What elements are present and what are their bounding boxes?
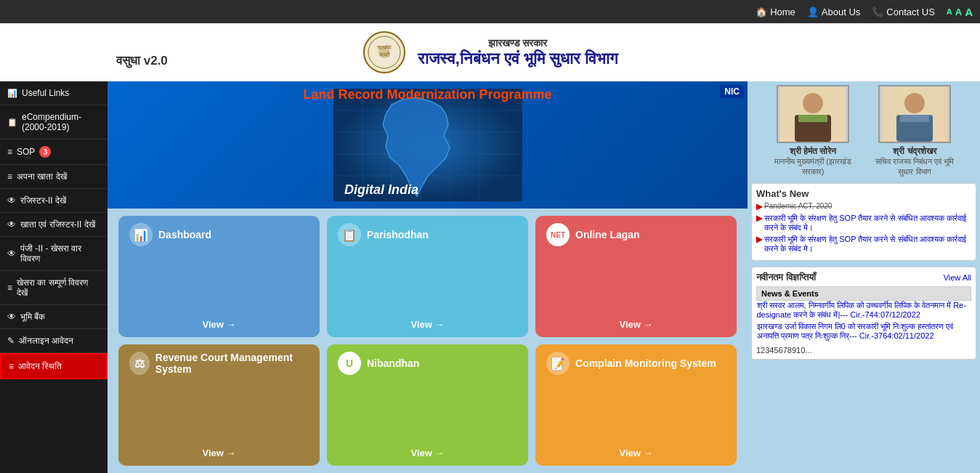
tile-dashboard[interactable]: 📊 Dashboard View → (118, 216, 320, 337)
tile-parishodhan[interactable]: 📋 Parishodhan View → (327, 216, 528, 337)
svg-point-4 (378, 47, 390, 58)
nic-logo: NIC (720, 85, 744, 98)
svg-text:Digital India: Digital India (344, 182, 418, 197)
font-large-btn[interactable]: A (965, 6, 973, 18)
official-secretary-photo (878, 85, 951, 143)
lagan-view-btn[interactable]: View → (619, 319, 652, 330)
sidebar-item-aavedan-sthiti[interactable]: ≡ आवेदन स्थिति ➤ (0, 353, 108, 379)
tile-complain-monitoring[interactable]: 📝 Complain Monitoring System View → (535, 344, 737, 466)
vasudha-label: वसुधा v2.0 (116, 54, 168, 68)
font-medium-btn[interactable]: A (955, 7, 962, 17)
main-layout: 📊 Useful Links 📋 eCompendium-(2000-2019)… (0, 81, 980, 473)
nibandhan-view-btn[interactable]: View → (410, 448, 444, 458)
sidebar-item-online-aavedan[interactable]: ✎ ऑनलाइन आवेदन (0, 329, 108, 353)
header-wrapper: वसुधा v2.0 सत्यमेव जयते झारखण्ड सरकार रा… (0, 23, 980, 81)
tile-online-lagan[interactable]: NET Online Lagan View → (535, 216, 737, 337)
sidebar-item-panji[interactable]: 👁 पंजी -II - खेसरा वार विवरण (0, 237, 108, 271)
sidebar-item-khesra[interactable]: ≡ खेसरा का सम्पूर्ण विवरण देखें (0, 271, 108, 305)
official-cm-title: माननीय मुख्यमंत्री (झारखंड सरकार) (766, 156, 860, 177)
font-small-btn[interactable]: A (947, 7, 952, 16)
svg-point-17 (803, 93, 823, 113)
table-row: श्री सरवर आलम, निम्नवर्गीय लिपिक को उच्च… (757, 300, 971, 322)
banner-map-svg: Digital India (333, 89, 522, 201)
content-area: Land Record Modernization Programme NIC (108, 81, 748, 473)
news-link-1[interactable]: झारखण्ड उर्जा विकास निगम लि0 को सरकारी भ… (757, 322, 971, 341)
sop-icon: ≡ (7, 147, 12, 157)
svg-point-21 (904, 93, 925, 113)
khata-register-icon: 👁 (7, 219, 16, 230)
official-cm-name: श्री हेमंत सोरेन (790, 146, 837, 156)
latest-news-header: नवीनतम विज्ञप्तियाँ View All (756, 272, 971, 283)
register2-icon: 👁 (7, 195, 16, 206)
bhoomi-bank-icon: 👁 (7, 312, 16, 322)
aavedan-sthiti-icon: ≡ (9, 361, 14, 371)
about-icon: 👤 (807, 7, 819, 17)
useful-links-icon: 📊 (7, 89, 17, 98)
whats-new-title: What's New (756, 188, 971, 199)
banner: Land Record Modernization Programme NIC (108, 81, 748, 209)
sidebar-item-ecompendium[interactable]: 📋 eCompendium-(2000-2019) (0, 105, 108, 140)
home-nav[interactable]: 🏠 Home (756, 7, 795, 17)
revenue-tile-icon: ⚖ (129, 352, 150, 375)
dashboard-tile-title: Dashboard (158, 229, 211, 240)
news-link-0[interactable]: श्री सरवर आलम, निम्नवर्गीय लिपिक को उच्च… (757, 301, 971, 320)
svg-rect-19 (798, 115, 827, 122)
news-events-header: News & Events (757, 286, 971, 300)
top-bar: 🏠 Home 👤 About Us 📞 Contact US A A A (0, 0, 980, 23)
news-item-0[interactable]: ▶ Pandemic ACT, 2020 (756, 202, 971, 211)
header: वसुधा v2.0 सत्यमेव जयते झारखण्ड सरकार रा… (0, 23, 980, 81)
lagan-tile-icon: NET (546, 223, 570, 246)
view-all-btn[interactable]: View All (944, 273, 971, 282)
banner-title: Land Record Modernization Programme (303, 87, 551, 102)
tile-nibandhan[interactable]: U Nibandhan View → (327, 344, 528, 466)
tile-revenue-court[interactable]: ⚖ Revenue Court Management System View → (118, 344, 320, 466)
complain-view-btn[interactable]: View → (619, 448, 652, 458)
khesra-icon: ≡ (7, 283, 12, 293)
header-text: झारखण्ड सरकार राजस्व,निबंधन एवं भूमि सुध… (418, 37, 618, 68)
official-cm-photo (777, 85, 849, 143)
dept-title: राजस्व,निबंधन एवं भूमि सुधार विभाग (418, 49, 618, 68)
svg-rect-23 (900, 115, 929, 122)
complain-tile-title: Complain Monitoring System (575, 357, 716, 369)
dashboard-tile-icon: 📊 (129, 223, 153, 246)
parishodhan-tile-icon: 📋 (338, 223, 361, 246)
news-bullet-2: ▶ (756, 235, 762, 244)
revenue-tile-title: Revenue Court Management System (155, 352, 309, 375)
table-row: झारखण्ड उर्जा विकास निगम लि0 को सरकारी भ… (757, 322, 971, 343)
govt-emblem: सत्यमेव जयते (363, 31, 406, 74)
tiles-area: 📊 Dashboard View → 📋 Parishodhan View → … (108, 209, 748, 473)
complain-tile-icon: 📝 (546, 352, 570, 375)
sidebar-item-apna-khata[interactable]: ≡ अपना खाता देखें (0, 165, 108, 189)
sidebar: 📊 Useful Links 📋 eCompendium-(2000-2019)… (0, 81, 108, 473)
official-cm: श्री हेमंत सोरेन माननीय मुख्यमंत्री (झार… (766, 85, 860, 177)
home-icon: 🏠 (756, 7, 767, 17)
apna-khata-icon: ≡ (7, 171, 12, 182)
contact-nav[interactable]: 📞 Contact US (872, 7, 934, 17)
about-nav[interactable]: 👤 About Us (807, 7, 860, 17)
latest-news-title: नवीनतम विज्ञप्तियाँ (756, 272, 816, 283)
news-item-2[interactable]: ▶ सरकारी भूमि के संरक्षण हेतु SOP तैयार … (756, 235, 971, 254)
parishodhan-view-btn[interactable]: View → (410, 319, 444, 330)
news-item-1[interactable]: ▶ सरकारी भूमि के संरक्षण हेतु SOP तैयार … (756, 214, 971, 233)
sidebar-item-useful-links[interactable]: 📊 Useful Links (0, 81, 108, 105)
sidebar-item-register2[interactable]: 👁 रजिस्टर-II देखें (0, 189, 108, 213)
ecompendium-icon: 📋 (7, 118, 17, 127)
sidebar-item-sop[interactable]: ≡ SOP 3 (0, 140, 108, 165)
sop-badge: 3 (39, 146, 51, 158)
lagan-tile-title: Online Lagan (575, 229, 640, 240)
dashboard-view-btn[interactable]: View → (202, 319, 235, 330)
news-bullet-0: ▶ (756, 202, 762, 211)
pagination[interactable]: 12345678910... (756, 346, 971, 355)
nibandhan-tile-icon: U (338, 352, 361, 375)
sidebar-item-khata-register[interactable]: 👁 खाता एवं रजिस्टर-II देखें (0, 213, 108, 237)
parishodhan-tile-title: Parishodhan (367, 229, 429, 240)
revenue-view-btn[interactable]: View → (202, 448, 235, 458)
sidebar-item-bhoomi-bank[interactable]: 👁 भूमि बैंक (0, 305, 108, 329)
contact-icon: 📞 (872, 7, 883, 17)
whats-new-section: What's New ▶ Pandemic ACT, 2020 ▶ सरकारी… (751, 183, 976, 261)
official-secretary-name: श्री चंद्रशेखर (893, 146, 936, 156)
panji-icon: 👁 (7, 248, 16, 259)
news-events-table: News & Events श्री सरवर आलम, निम्नवर्गीय… (756, 286, 971, 343)
online-aavedan-icon: ✎ (7, 336, 15, 346)
official-secretary-title: सचिव राजस्व निबंधन एवं भूमि सुधार विभाग (867, 156, 962, 177)
